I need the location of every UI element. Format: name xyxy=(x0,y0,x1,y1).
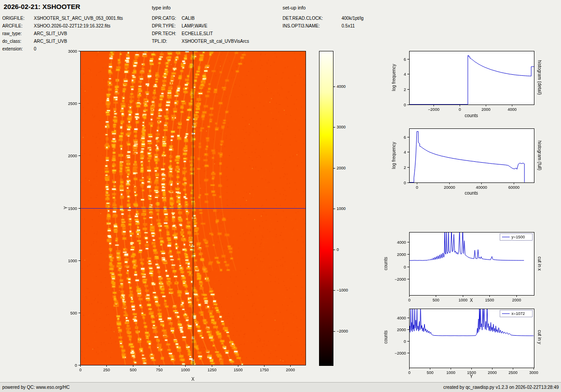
histogram-full-xlabel: counts xyxy=(465,191,478,196)
meta-row: do_class:ARC_SLIT_UVB xyxy=(2,37,123,45)
setup-info-block: DET.READ.CLOCK:400k/1pt/lg INS.OPTI3.NAM… xyxy=(283,14,364,30)
cut-in-x-plot xyxy=(383,228,543,307)
meta-value: ECHELLE,SLIT xyxy=(182,30,213,37)
histogram-detail-plot xyxy=(383,47,543,119)
histogram-full-title: histogram (full) xyxy=(537,141,542,170)
meta-label: DPR.TECH: xyxy=(152,30,182,37)
colorbar-tick-label: 1000 xyxy=(337,206,346,211)
meta-row: DET.READ.CLOCK:400k/1pt/lg xyxy=(283,14,364,22)
type-info-heading: type info xyxy=(152,5,171,10)
colorbar-tick-label: 4000 xyxy=(337,84,346,89)
meta-label: ORIGFILE: xyxy=(2,14,34,22)
meta-label: raw_type: xyxy=(2,30,34,37)
meta-label: DET.READ.CLOCK: xyxy=(283,14,342,22)
meta-row: ARCFILE:XSHOO.2026-02-22T12:19:16.322.fi… xyxy=(2,22,123,30)
histogram-detail-ylabel: log frequency xyxy=(392,64,397,91)
page-title: 2026-02-21: XSHOOTER xyxy=(4,3,80,10)
colorbar-tick-label: 0 xyxy=(337,247,339,252)
cut-in-y-xlabel: Y xyxy=(470,374,473,379)
meta-value: XSHOOTER_slt_cal_UVBVisArcs xyxy=(182,37,249,45)
colorbar-tick xyxy=(333,250,335,250)
footer-left-text: powered by QC: www.eso.org/HC xyxy=(2,385,70,390)
type-info-block: DPR.CATG:CALIB DPR.TYPE:LAMP,WAVE DPR.TE… xyxy=(152,14,249,45)
cut-in-x-title: cut in x xyxy=(537,256,542,271)
colorbar-tick xyxy=(333,87,335,87)
cut-in-y-title: cut in y xyxy=(537,330,542,344)
colorbar-tick-label: −1000 xyxy=(337,288,348,292)
meta-label: do_class: xyxy=(2,37,34,45)
histogram-full-plot xyxy=(383,125,543,197)
colorbar-tick-label: 2000 xyxy=(337,166,346,170)
meta-label: DPR.CATG: xyxy=(152,14,182,22)
cut-in-x-ylabel: counts xyxy=(383,257,388,270)
footer-bar: powered by QC: www.eso.org/HC created by… xyxy=(0,382,561,392)
main-ylabel: Y xyxy=(64,206,68,210)
meta-label: ARCFILE: xyxy=(2,22,34,30)
meta-label: extension: xyxy=(2,45,34,53)
cut-in-x-xlabel: X xyxy=(470,298,473,303)
meta-label: INS.OPTI3.NAME: xyxy=(283,22,342,30)
meta-value: ARC_SLIT_UVB xyxy=(34,30,67,37)
meta-row: TPL.ID:XSHOOTER_slt_cal_UVBVisArcs xyxy=(152,37,249,45)
colorbar-tick xyxy=(333,127,335,128)
meta-value: ARC_SLIT_UVB xyxy=(34,37,67,45)
meta-value: 0 xyxy=(34,45,36,53)
colorbar-tick xyxy=(333,168,335,169)
meta-row: raw_type:ARC_SLIT_UVB xyxy=(2,30,123,37)
main-xlabel: X xyxy=(192,377,195,382)
histogram-detail-title: histogram (detail) xyxy=(537,60,542,95)
qc-report-page: 2026-02-21: XSHOOTER type info set-up in… xyxy=(0,0,561,392)
meta-label: TPL.ID: xyxy=(152,37,182,45)
histogram-full-ylabel: log frequency xyxy=(392,142,397,169)
meta-label: DPR.TYPE: xyxy=(152,22,182,30)
histogram-detail-xlabel: counts xyxy=(465,113,478,118)
colorbar xyxy=(319,51,333,366)
meta-value: XSHOOTER_SLT_ARC_UVB_053_0001.fits xyxy=(34,14,123,22)
meta-value: LAMP,WAVE xyxy=(182,22,207,30)
colorbar-tick xyxy=(333,331,335,332)
footer-right-text: created by qc_rawdisp.py v1.2.3 on 2026-… xyxy=(443,385,559,390)
meta-value: 400k/1pt/lg xyxy=(342,14,364,22)
main-image-canvas xyxy=(59,47,315,383)
colorbar-tick xyxy=(333,290,335,291)
cut-in-y-ylabel: counts xyxy=(383,330,388,343)
colorbar-tick-label: 3000 xyxy=(337,125,346,129)
meta-row: DPR.TECH:ECHELLE,SLIT xyxy=(152,30,249,37)
meta-value: 0.5x11 xyxy=(342,22,355,30)
meta-row: DPR.TYPE:LAMP,WAVE xyxy=(152,22,249,30)
meta-row: INS.OPTI3.NAME:0.5x11 xyxy=(283,22,364,30)
colorbar-tick-label: −2000 xyxy=(337,329,348,333)
cut-in-y-plot xyxy=(383,305,543,384)
meta-row: DPR.CATG:CALIB xyxy=(152,14,249,22)
meta-value: CALIB xyxy=(182,14,195,22)
meta-value: XSHOO.2026-02-22T12:19:16.322.fits xyxy=(34,22,110,30)
meta-row: ORIGFILE:XSHOOTER_SLT_ARC_UVB_053_0001.f… xyxy=(2,14,123,22)
colorbar-tick xyxy=(333,209,335,209)
setup-info-heading: set-up info xyxy=(283,5,306,10)
